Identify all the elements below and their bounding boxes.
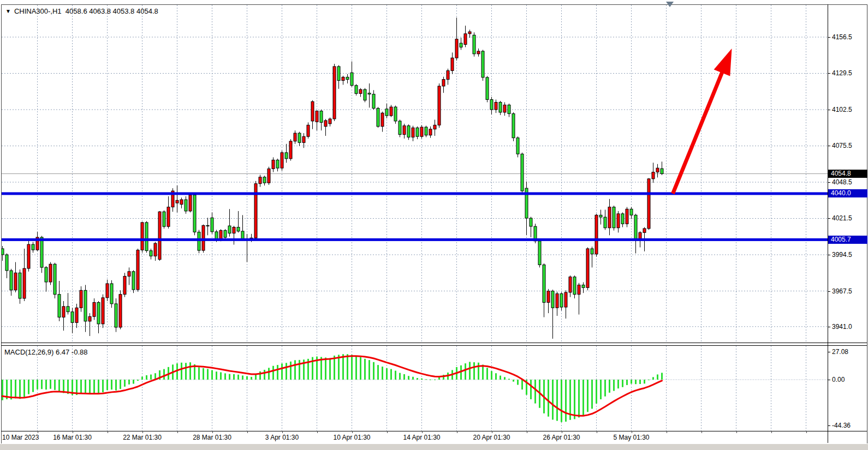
candle [150,251,152,256]
price-tick-label: 4102.5 [832,106,852,113]
candle [154,243,157,256]
collapse-triangle-icon[interactable]: ▼ [5,8,11,14]
horizontal-support-line[interactable] [2,238,828,241]
candle [499,102,502,112]
candle [276,160,279,168]
candle [132,272,135,290]
shift-marker-icon[interactable] [666,2,674,7]
candle [656,168,659,172]
macd-histogram-bar [657,374,658,380]
candle [595,215,598,254]
macd-histogram-bar [604,380,606,397]
time-axis-tick [422,431,423,433]
macd-histogram-bar [609,380,610,393]
macd-histogram-bar [347,354,348,380]
macd-histogram-bar [229,374,230,380]
macd-histogram-bar [421,379,423,380]
time-axis-tick [282,431,283,433]
macd-histogram-bar [578,380,580,417]
macd-histogram-bar [364,359,366,380]
trend-arrow-shaft[interactable] [673,70,723,194]
candle [45,267,47,282]
price-axis-border [828,4,828,443]
candle [490,100,493,110]
macd-histogram-bar [412,377,414,380]
candle [556,293,558,308]
macd-histogram-bar [390,369,392,380]
macd-histogram-bar [574,380,575,419]
time-axis-tick [597,431,597,433]
candle [604,217,607,228]
macd-histogram-bar [582,380,584,416]
price-tick-label: 4075.5 [832,142,852,149]
macd-histogram-bar [495,373,497,380]
macd-histogram-bar [644,380,645,383]
time-axis-tick [492,431,492,433]
macd-histogram-bar [189,362,191,380]
macd-histogram-bar [124,380,126,387]
macd-histogram-bar [54,380,56,390]
macd-histogram-bar [591,380,593,409]
candle [626,209,628,224]
candle [346,77,349,79]
macd-histogram-bar [513,380,514,382]
candle [420,127,423,136]
macd-panel[interactable] [2,346,828,431]
line-price-tag-4040: 4040.0 [828,189,867,197]
macd-histogram-bar [163,369,165,380]
candle [136,250,139,290]
macd-histogram-bar [272,366,274,380]
macd-histogram-bar [382,367,383,380]
macd-histogram-bar [360,357,361,380]
candle [643,229,646,232]
candle [128,272,130,277]
axis-tick [828,37,830,38]
macd-contents [2,346,828,431]
macd-histogram-bar [425,379,427,380]
price-tick-label: 3941.0 [832,323,852,331]
trend-arrow-head[interactable] [714,49,732,76]
time-axis-tick [352,431,353,433]
candle [433,125,436,129]
mt4-chart-window: ▼CHINA300-,H1 4058.6 4063.8 4053.8 4054.… [0,0,868,450]
macd-histogram-bar [351,355,353,380]
panel-separator-bottom[interactable] [1,345,867,346]
main-chart-panel[interactable] [2,5,828,343]
macd-histogram-bar [373,362,374,380]
candle [97,302,100,323]
price-tick-label: 4156.5 [832,33,852,41]
candle [573,277,576,295]
panel-separator-top[interactable] [1,343,867,343]
candle [307,125,310,136]
candle [495,102,497,110]
macd-histogram-bar [368,360,370,380]
time-axis-tick [73,431,73,433]
candle [302,136,305,142]
time-axis-label: 20 Apr 01:30 [473,434,510,441]
macd-histogram-bar [137,380,139,381]
candle [23,268,26,298]
axis-tick [828,380,830,380]
candle [613,207,615,228]
candle [381,113,384,127]
horizontal-support-line[interactable] [2,192,828,195]
candle [468,32,471,34]
macd-histogram-bar [508,379,510,380]
macd-histogram-bar [486,368,488,380]
candle [608,207,611,228]
macd-histogram-bar [102,380,104,392]
candle [158,212,161,259]
macd-histogram-bar [146,375,147,380]
candle [390,107,393,116]
time-axis-tick [457,431,457,433]
macd-histogram-bar [635,380,637,384]
candle [71,312,74,323]
candle [106,284,109,298]
candle [84,290,87,321]
candle [58,295,61,317]
macd-histogram-bar [120,380,121,389]
price-tick-label: 3967.5 [832,287,852,295]
time-axis-label: 14 Apr 01:30 [403,434,440,441]
time-axis-tick [247,431,248,433]
time-axis-label: 26 Apr 01:30 [543,434,580,441]
